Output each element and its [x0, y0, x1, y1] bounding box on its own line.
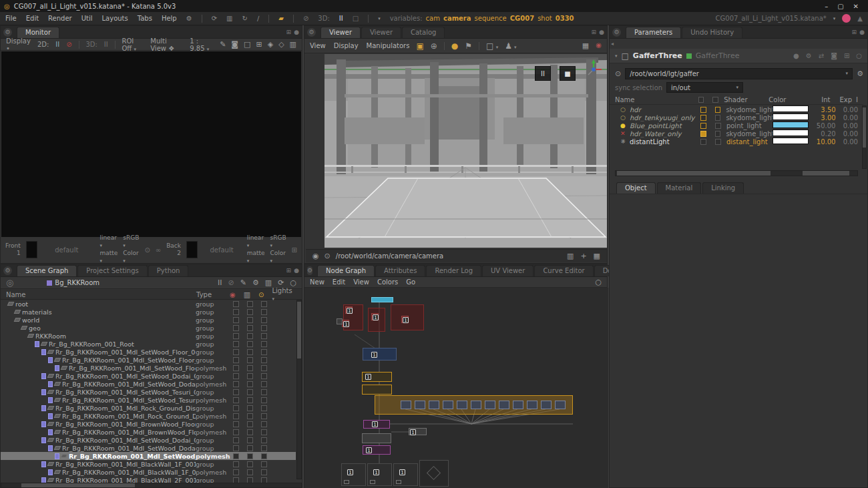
node-red-1[interactable]: 1 — [345, 306, 353, 314]
gaffer-vscrollbar[interactable] — [862, 105, 867, 169]
column-name[interactable]: Name — [6, 291, 196, 298]
light-color-swatch[interactable] — [773, 121, 809, 128]
menu-display[interactable]: Display — [334, 42, 359, 49]
node-groupbox-3[interactable]: 1 — [393, 463, 418, 486]
visibility-eye-icon[interactable]: ◉ — [230, 291, 236, 298]
monitor-overlay-icon[interactable]: ▦ — [582, 41, 589, 50]
enabled-indicator[interactable] — [686, 53, 692, 59]
light-link-checkbox[interactable] — [261, 333, 267, 339]
solo-checkbox[interactable] — [715, 131, 721, 137]
light-exposure[interactable]: 0.00 — [836, 130, 858, 138]
lookdev-cube-icon[interactable]: ▣ — [416, 41, 423, 51]
visibility-checkbox[interactable] — [233, 453, 239, 459]
table-row[interactable]: rootgroup — [1, 300, 296, 308]
visibility-checkbox[interactable] — [233, 365, 239, 371]
light-intensity[interactable]: 3.00 — [813, 114, 835, 121]
stop-button[interactable]: ■ — [560, 66, 576, 81]
warning-icon[interactable]: ▲ — [857, 15, 863, 22]
variables-dropdown-icon[interactable]: ▾ — [378, 16, 381, 21]
light-link-checkbox[interactable] — [261, 373, 267, 379]
menu-edit[interactable]: Edit — [26, 15, 39, 22]
mute-checkbox[interactable] — [700, 123, 706, 129]
render-checkbox[interactable] — [247, 357, 253, 363]
table-row[interactable]: Rr_Bg_RKKRoom_001_Mdl_Rock_Ground_Displa… — [1, 412, 296, 420]
node-red-4[interactable]: 1 — [401, 316, 409, 323]
light-row[interactable]: ○hdr_tenkyuugi_onlyskydome_light3.000.00 — [610, 113, 863, 121]
light-link-checkbox[interactable] — [261, 301, 267, 307]
gaffer-subtitle[interactable]: GafferThree — [696, 51, 740, 60]
roi-dropdown[interactable]: ROI Off ▾ — [122, 37, 144, 52]
path-gear-icon[interactable]: ⚙ — [857, 69, 863, 78]
mini-node[interactable] — [429, 401, 439, 409]
camera-person-dropdown[interactable]: ♟ ▾ — [505, 41, 516, 51]
render-checkbox[interactable] — [247, 453, 253, 459]
mute-checkbox[interactable] — [700, 115, 706, 121]
display-menu[interactable]: Display • — [6, 37, 31, 52]
light-link-checkbox[interactable] — [261, 461, 267, 467]
pause-indicator[interactable]: II — [339, 15, 343, 22]
help-icon[interactable]: ○ — [856, 52, 862, 59]
render-checkbox[interactable] — [247, 413, 253, 419]
mute-checkbox[interactable] — [700, 107, 706, 113]
light-link-checkbox[interactable] — [261, 469, 267, 475]
front-linear-dropdown[interactable]: linear ▾ — [99, 234, 118, 250]
comment-icon[interactable]: ◙ — [231, 40, 238, 49]
visibility-checkbox[interactable] — [233, 397, 239, 403]
table-row[interactable]: Rr_Bg_RKKRoom_001_Mdl_SetWood_Tesuri_001… — [1, 396, 296, 404]
visibility-checkbox[interactable] — [233, 381, 239, 387]
solo-checkbox[interactable] — [715, 139, 721, 145]
light-color-swatch[interactable] — [773, 105, 809, 112]
render-checkbox[interactable] — [247, 445, 253, 451]
monitor-viewport[interactable] — [1, 51, 301, 237]
pause-button[interactable]: II — [535, 66, 551, 81]
tab-node-graph[interactable]: Node Graph — [317, 265, 375, 276]
visibility-checkbox[interactable] — [233, 309, 239, 315]
camera-lock-icon[interactable]: ▦ — [594, 252, 600, 260]
light-intensity[interactable]: 50.00 — [813, 122, 836, 130]
table-row[interactable]: Rr_Bg_RKKRoom_001_Mdl_Rock_Ground_Displa… — [1, 404, 296, 412]
menu-tabs[interactable]: Tabs — [138, 15, 152, 22]
light-link-checkbox[interactable] — [261, 309, 267, 315]
visibility-checkbox[interactable] — [233, 301, 239, 307]
front-buffer-swatch[interactable] — [26, 241, 37, 258]
light-link-checkbox[interactable] — [261, 429, 267, 435]
light-link-checkbox[interactable] — [261, 413, 267, 419]
world-icon[interactable]: ⊕ — [431, 41, 437, 51]
light-intensity[interactable]: 0.20 — [813, 130, 835, 138]
render-checkbox[interactable] — [247, 429, 253, 435]
film-gate-icon[interactable]: ▥ — [567, 252, 574, 260]
mini-node[interactable] — [443, 401, 453, 409]
paint-bucket-icon[interactable]: ▰ — [278, 15, 284, 22]
table-row[interactable]: Rr_Bg_RKKRoom_001_Mdl_BlackWall_1F_001gr… — [1, 460, 296, 468]
mini-node[interactable] — [415, 401, 425, 409]
table-row[interactable]: Rr_Bg_RKKRoom_001_Mdl_SetWood_Dodai_002g… — [1, 436, 296, 444]
gaffer-hscrollbar[interactable] — [615, 170, 858, 176]
light-shader[interactable]: skydome_light — [726, 130, 773, 138]
menu-go[interactable]: Go — [406, 278, 415, 286]
tab-undo-history[interactable]: Undo History — [682, 27, 742, 38]
render-checkbox[interactable] — [247, 437, 253, 443]
light-shader[interactable]: skydome_light — [726, 106, 773, 113]
visibility-checkbox[interactable] — [233, 357, 239, 363]
table-row[interactable]: Rr_Bg_RKKRoom_001_Mdl_SetWood_Dodai_002p… — [1, 452, 296, 460]
light-link-checkbox[interactable] — [261, 317, 267, 323]
tab-viewer-1[interactable]: Viewer — [361, 27, 401, 38]
panel-gear-icon[interactable]: ⚙ — [3, 28, 12, 37]
scenegraph-hscrollbar[interactable] — [1, 483, 302, 488]
visibility-checkbox[interactable] — [233, 405, 239, 411]
tab-python[interactable]: Python — [148, 265, 189, 276]
light-link-checkbox[interactable] — [261, 325, 267, 331]
panel-split-icon[interactable]: ⊞ — [592, 29, 597, 35]
table-row[interactable]: Rr_Bg_RKKRoom_001_Mdl_BlackWall_1F_001po… — [1, 468, 296, 476]
edit-pen-icon[interactable]: ✎ — [240, 278, 246, 287]
front-matte-dropdown[interactable]: matte ▾ — [99, 250, 118, 265]
tab-catalog[interactable]: Catalog — [402, 27, 445, 38]
look-through-eye-icon[interactable]: ◉ — [312, 252, 319, 260]
back-matte-dropdown[interactable]: matte ▾ — [247, 250, 265, 265]
render-checkbox[interactable] — [247, 365, 253, 371]
solo-checkbox[interactable] — [715, 123, 721, 129]
node-groupbox-1[interactable]: 1 — [341, 463, 366, 486]
expand-icon[interactable]: ⊞ — [844, 52, 849, 59]
table-row[interactable]: Rr_Bg_RKKRoom_001_Mdl_SetWood_Dodai_001p… — [1, 380, 296, 388]
axis-gizmo-icon[interactable] — [584, 59, 604, 79]
